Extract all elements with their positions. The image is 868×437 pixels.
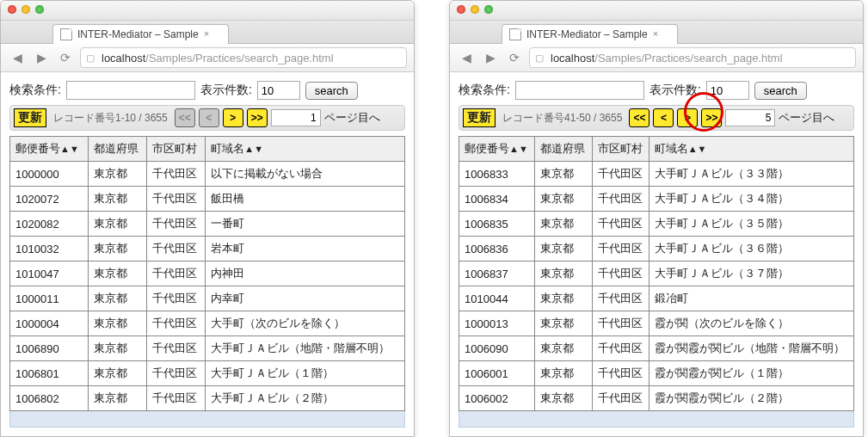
page-icon: [509, 28, 521, 40]
traffic-light-close-icon[interactable]: [457, 5, 465, 14]
browser-tab[interactable]: INTER-Mediator – Sample×: [52, 24, 229, 44]
cell-zip: 1006833: [459, 162, 535, 187]
back-button[interactable]: ◀: [8, 48, 27, 67]
table-row: 1000013東京都千代田区霞が関（次のビルを除く）: [459, 311, 854, 336]
traffic-light-close-icon[interactable]: [8, 5, 16, 14]
search-row: 検索条件:表示件数:search: [9, 81, 405, 100]
count-input[interactable]: [706, 81, 749, 100]
cell-zip: 1000011: [10, 286, 89, 311]
tab-close-icon[interactable]: ×: [653, 30, 662, 39]
pref-header: 都道府県: [535, 137, 592, 162]
address-bar[interactable]: ▢localhost/Samples/Practices/search_page…: [529, 47, 856, 68]
page-number-input[interactable]: [271, 109, 321, 126]
page-suffix-label: ページ目へ: [779, 110, 834, 126]
sort-icon[interactable]: ▲▼: [688, 144, 707, 154]
table-row: 1006002東京都千代田区霞が関霞が関ビル（２階）: [459, 386, 854, 411]
cell-town: 大手町ＪＡビル（３７階）: [649, 262, 853, 286]
cell-town: 内神田: [206, 262, 405, 286]
site-info-icon[interactable]: ▢: [535, 52, 545, 63]
results-table: 郵便番号▲▼都道府県市区町村町域名▲▼1006833東京都千代田区大手町ＪＡビル…: [459, 136, 854, 411]
town-header: 町域名▲▼: [649, 137, 853, 162]
pager-first-button[interactable]: <<: [629, 108, 649, 127]
cell-zip: 1020082: [10, 212, 89, 237]
table-row: 1006833東京都千代田区大手町ＪＡビル（３３階）: [459, 162, 854, 187]
page-number-input[interactable]: [725, 109, 775, 126]
cell-pref: 東京都: [535, 386, 592, 411]
cell-pref: 東京都: [535, 262, 592, 286]
zip-header-label: 郵便番号: [465, 142, 509, 155]
cell-zip: 1020072: [10, 187, 89, 212]
cell-city: 千代田区: [147, 212, 206, 237]
cell-zip: 1010047: [10, 262, 89, 286]
pager-last-button[interactable]: >>: [701, 108, 722, 127]
cell-zip: 1006090: [459, 336, 535, 361]
cell-town: 岩本町: [206, 237, 405, 262]
search-input[interactable]: [515, 81, 644, 100]
pref-header-label: 都道府県: [94, 142, 139, 155]
sort-icon[interactable]: ▲▼: [60, 144, 79, 154]
url-path: /Samples/Practices/search_page.html: [145, 52, 333, 65]
browser-tab[interactable]: INTER-Mediator – Sample×: [502, 24, 678, 44]
record-info: レコード番号41-50 / 3655: [502, 111, 622, 126]
search-input[interactable]: [66, 81, 195, 100]
search-button[interactable]: search: [305, 82, 358, 100]
sort-icon[interactable]: ▲▼: [244, 144, 263, 154]
forward-button[interactable]: ▶: [481, 48, 500, 67]
table-row: 1006801東京都千代田区大手町ＪＡビル（１階）: [10, 361, 405, 386]
cell-pref: 東京都: [535, 311, 592, 336]
search-button[interactable]: search: [754, 82, 807, 100]
address-bar[interactable]: ▢localhost/Samples/Practices/search_page…: [80, 47, 407, 68]
tab-strip: INTER-Mediator – Sample×: [1, 21, 414, 44]
pager-next-button[interactable]: >: [223, 108, 243, 127]
cell-town: 鍛冶町: [649, 286, 853, 311]
cell-pref: 東京都: [88, 162, 146, 187]
sort-icon[interactable]: ▲▼: [509, 144, 528, 154]
update-button[interactable]: 更新: [463, 108, 496, 127]
cell-pref: 東京都: [88, 212, 146, 237]
cell-city: 千代田区: [147, 286, 206, 311]
city-header-label: 市区町村: [598, 142, 643, 155]
back-button[interactable]: ◀: [457, 48, 476, 67]
cell-pref: 東京都: [88, 187, 146, 212]
pager-last-button[interactable]: >>: [247, 108, 268, 127]
cell-pref: 東京都: [535, 162, 592, 187]
cell-zip: 1006802: [10, 386, 89, 411]
tab-close-icon[interactable]: ×: [204, 30, 212, 39]
cell-town: 大手町ＪＡビル（３３階）: [649, 162, 853, 187]
cell-city: 千代田区: [592, 237, 649, 262]
pager-prev-button[interactable]: <: [653, 108, 674, 127]
count-input[interactable]: [257, 81, 300, 100]
pref-header-label: 都道府県: [540, 142, 585, 155]
url-host: localhost: [551, 52, 594, 65]
zip-header: 郵便番号▲▼: [459, 137, 535, 162]
cell-city: 千代田区: [592, 386, 649, 411]
pager-next-button[interactable]: >: [677, 108, 698, 127]
town-header: 町域名▲▼: [206, 137, 405, 162]
traffic-light-zoom-icon[interactable]: [35, 5, 44, 14]
cell-pref: 東京都: [535, 187, 592, 212]
record-info: レコード番号1-10 / 3655: [53, 111, 168, 126]
search-row: 検索条件:表示件数:search: [459, 81, 854, 100]
forward-button[interactable]: ▶: [32, 48, 51, 67]
cell-city: 千代田区: [592, 361, 649, 386]
reload-button[interactable]: ⟳: [505, 48, 524, 67]
table-row: 1020072東京都千代田区飯田橋: [10, 187, 405, 212]
cell-pref: 東京都: [535, 361, 592, 386]
traffic-light-zoom-icon[interactable]: [484, 5, 493, 14]
cell-zip: 1010044: [459, 286, 535, 311]
traffic-light-minimize-icon[interactable]: [22, 5, 30, 14]
tab-title: INTER-Mediator – Sample: [526, 28, 648, 40]
cell-town: 飯田橋: [206, 187, 405, 212]
traffic-light-minimize-icon[interactable]: [471, 5, 479, 14]
site-info-icon[interactable]: ▢: [86, 52, 96, 63]
window-titlebar: [450, 1, 863, 21]
reload-button[interactable]: ⟳: [56, 48, 75, 67]
table-row: 1006090東京都千代田区霞が関霞が関ビル（地階・階層不明）: [459, 336, 854, 361]
page-content: 検索条件:表示件数:search更新レコード番号1-10 / 3655<<<>>…: [1, 72, 414, 436]
pref-header: 都道府県: [88, 137, 146, 162]
cell-city: 千代田区: [147, 311, 206, 336]
cell-town: 大手町ＪＡビル（３６階）: [649, 237, 853, 262]
browser-window-right: INTER-Mediator – Sample×◀▶⟳▢localhost/Sa…: [449, 0, 864, 437]
cell-pref: 東京都: [535, 286, 592, 311]
update-button[interactable]: 更新: [14, 108, 46, 127]
